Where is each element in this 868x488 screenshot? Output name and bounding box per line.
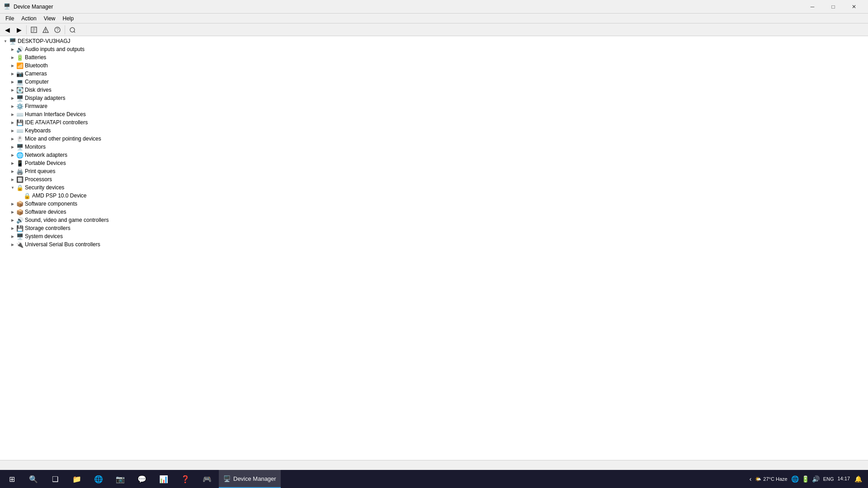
audio-expand[interactable] [9, 46, 16, 53]
monitors-expand[interactable] [9, 143, 16, 150]
tree-item-monitors[interactable]: 🖥️ Monitors [0, 143, 868, 151]
displayadapters-expand[interactable] [9, 94, 16, 102]
mice-expand[interactable] [9, 135, 16, 142]
taskbar-taskmanager[interactable]: 📊 [154, 470, 174, 488]
menu-help[interactable]: Help [59, 14, 78, 23]
tree-item-printqueues[interactable]: 🖨️ Print queues [0, 167, 868, 175]
tree-item-cameras[interactable]: 📷 Cameras [0, 70, 868, 78]
ide-label: IDE ATA/ATAPI controllers [25, 119, 88, 126]
storagecontrollers-expand[interactable] [9, 225, 16, 232]
processors-expand[interactable] [9, 176, 16, 183]
tree-item-systemdevices[interactable]: 🖥️ System devices [0, 232, 868, 240]
keyboards-expand[interactable] [9, 127, 16, 134]
tree-item-batteries[interactable]: 🔋 Batteries [0, 53, 868, 61]
taskbar-active-app[interactable]: 🖥️ Device Manager [219, 470, 281, 488]
systray-battery[interactable]: 🔋 [802, 475, 809, 483]
tree-item-hid[interactable]: ⌨️ Human Interface Devices [0, 110, 868, 118]
tree-item-computer[interactable]: 💻 Computer [0, 78, 868, 86]
taskbar-help[interactable]: ❓ [175, 470, 195, 488]
toolbar-back[interactable]: ◀ [2, 24, 13, 35]
notification-center[interactable]: 🔔 [854, 474, 863, 483]
portabledevices-expand[interactable] [9, 160, 16, 167]
toolbar-properties[interactable] [28, 24, 39, 35]
diskdrives-expand[interactable] [9, 86, 16, 94]
tree-item-securitydevices[interactable]: 🔒 Security devices [0, 183, 868, 192]
systray-network[interactable]: 🌐 [791, 475, 799, 483]
tree-item-amdpsp[interactable]: 🔒 AMD PSP 10.0 Device [0, 192, 868, 200]
taskbar-xbox[interactable]: 🎮 [197, 470, 217, 488]
printqueues-label: Print queues [25, 168, 55, 174]
tree-item-bluetooth[interactable]: 📶 Bluetooth [0, 61, 868, 70]
batteries-expand[interactable] [9, 54, 16, 61]
tree-item-networkadapters[interactable]: 🌐 Network adapters [0, 151, 868, 159]
tree-item-processors[interactable]: 🔲 Processors [0, 175, 868, 183]
search-button[interactable]: 🔍 [24, 470, 43, 488]
tree-item-diskdrives[interactable]: 💽 Disk drives [0, 86, 868, 94]
systemdevices-expand[interactable] [9, 233, 16, 240]
tree-item-displayadapters[interactable]: 🖥️ Display adapters [0, 94, 868, 102]
mice-icon: 🖱️ [16, 135, 24, 142]
tree-item-ide[interactable]: 💾 IDE ATA/ATAPI controllers [0, 118, 868, 127]
taskbar-explorer[interactable]: 📁 [67, 470, 87, 488]
systemdevices-icon: 🖥️ [16, 233, 24, 240]
taskbar-instagram[interactable]: 📷 [110, 470, 130, 488]
svg-text:?: ? [56, 28, 59, 33]
menu-file[interactable]: File [2, 14, 18, 23]
tree-item-softwarecomponents[interactable]: 📦 Software components [0, 200, 868, 208]
menu-view[interactable]: View [40, 14, 59, 23]
tree-item-keyboards[interactable]: ⌨️ Keyboards [0, 127, 868, 135]
softwarecomponents-expand[interactable] [9, 200, 16, 207]
soundvideo-expand[interactable] [9, 216, 16, 224]
root-icon: 🖥️ [9, 38, 16, 45]
menu-action[interactable]: Action [18, 14, 40, 23]
taskbar-whatsapp[interactable]: 💬 [132, 470, 152, 488]
tree-item-softwaredevices[interactable]: 📦 Software devices [0, 208, 868, 216]
bluetooth-expand[interactable] [9, 62, 16, 69]
softwaredevices-expand[interactable] [9, 208, 16, 216]
networkadapters-expand[interactable] [9, 151, 16, 159]
firmware-expand[interactable] [9, 103, 16, 110]
securitydevices-expand[interactable] [9, 184, 16, 191]
device-tree[interactable]: 🖥️ DESKTOP-VU3HAGJ 🔊 Audio inputs and ou… [0, 36, 868, 460]
system-clock[interactable]: 14:17 [837, 475, 850, 482]
softwaredevices-label: Software devices [25, 209, 66, 215]
cameras-icon: 📷 [16, 70, 24, 77]
processors-icon: 🔲 [16, 176, 24, 183]
diskdrives-icon: 💽 [16, 86, 24, 94]
tree-item-usb[interactable]: 🔌 Universal Serial Bus controllers [0, 240, 868, 249]
close-button[interactable]: ✕ [844, 0, 864, 14]
cameras-expand[interactable] [9, 70, 16, 77]
tree-item-portabledevices[interactable]: 📱 Portable Devices [0, 159, 868, 167]
title-bar: 🖥️ Device Manager ─ □ ✕ [0, 0, 868, 14]
taskbar: ⊞ 🔍 ❑ 📁 🌐 📷 💬 📊 ❓ 🎮 🖥️ Device Manager ‹ … [0, 470, 868, 488]
taskview-button[interactable]: ❑ [45, 470, 65, 488]
usb-expand[interactable] [9, 241, 16, 248]
root-expand-icon[interactable] [2, 38, 9, 45]
toolbar-update-driver[interactable] [40, 24, 51, 35]
tree-item-soundvideo[interactable]: 🔊 Sound, video and game controllers [0, 216, 868, 224]
taskbar-edge[interactable]: 🌐 [89, 470, 108, 488]
weather-widget[interactable]: 🌤️ 27°C Haze [755, 476, 787, 482]
minimize-button[interactable]: ─ [802, 0, 823, 14]
systray-chevron[interactable]: ‹ [750, 475, 752, 483]
language-indicator[interactable]: ENG [823, 476, 834, 482]
portabledevices-icon: 📱 [16, 160, 24, 167]
tree-item-audio[interactable]: 🔊 Audio inputs and outputs [0, 45, 868, 53]
tree-item-storagecontrollers[interactable]: 💾 Storage controllers [0, 224, 868, 232]
hid-label: Human Interface Devices [25, 111, 86, 117]
usb-icon: 🔌 [16, 241, 24, 248]
tree-item-mice[interactable]: 🖱️ Mice and other pointing devices [0, 135, 868, 143]
hid-expand[interactable] [9, 111, 16, 118]
maximize-button[interactable]: □ [823, 0, 844, 14]
toolbar-scan[interactable] [67, 24, 78, 35]
tree-item-firmware[interactable]: ⚙️ Firmware [0, 102, 868, 110]
weather-icon: 🌤️ [755, 476, 761, 482]
ide-expand[interactable] [9, 119, 16, 126]
tree-root[interactable]: 🖥️ DESKTOP-VU3HAGJ [0, 37, 868, 45]
toolbar-forward[interactable]: ▶ [14, 24, 24, 35]
toolbar-help[interactable]: ? [52, 24, 63, 35]
systray-volume[interactable]: 🔊 [812, 475, 820, 483]
computer-expand[interactable] [9, 78, 16, 85]
start-button[interactable]: ⊞ [2, 470, 22, 488]
printqueues-expand[interactable] [9, 168, 16, 175]
